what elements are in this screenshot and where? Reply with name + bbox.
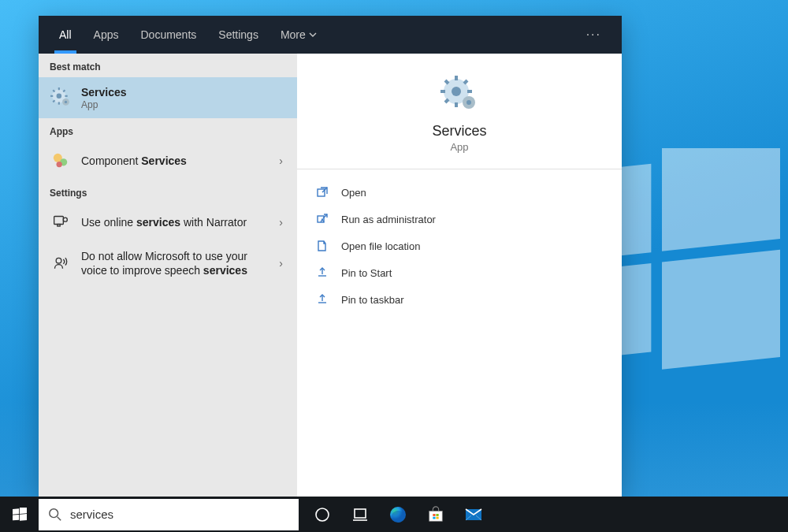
action-pin-to-taskbar[interactable]: Pin to taskbar [305,286,614,313]
chevron-right-icon: › [276,257,286,270]
svg-point-22 [56,259,61,264]
chevron-down-icon [309,31,317,39]
action-run-as-admin[interactable]: Run as administrator [305,206,614,233]
preview-header: Services App [297,54,622,169]
svg-point-18 [57,162,62,167]
result-text: Do not allow Microsoft to use your voice… [81,249,266,277]
result-text: Use online services with Narrator [81,215,266,229]
svg-point-15 [65,101,67,103]
svg-line-12 [63,90,65,91]
folder-icon [316,240,329,252]
svg-point-43 [316,508,329,521]
component-services-icon [50,150,72,172]
store-icon [427,506,444,523]
preview-title: Services [432,123,486,140]
svg-rect-35 [318,189,325,196]
preview-actions: Open Run as administrator Open file loca… [297,169,622,322]
search-icon [48,508,62,522]
best-match-header: Best match [39,54,297,77]
start-button[interactable] [0,497,39,532]
svg-rect-39 [13,514,19,519]
shield-icon [316,213,329,225]
task-view-button[interactable] [341,497,379,532]
svg-rect-19 [54,217,64,225]
search-input[interactable] [70,508,289,521]
preview-sub: App [450,141,468,153]
pin-icon [316,293,329,306]
chevron-right-icon: › [276,216,286,229]
gear-icon [440,76,478,113]
results-body: Best match Services App Apps Component S… [39,54,622,497]
pin-icon [316,266,329,279]
action-open-file-location[interactable]: Open file location [305,233,614,259]
svg-line-29 [445,80,448,84]
svg-rect-38 [20,508,27,514]
cortana-icon [314,507,330,523]
search-results-panel: All Apps Documents Settings More ··· Bes… [39,16,622,497]
taskbar-app-icons [299,497,492,532]
svg-rect-47 [429,511,443,521]
best-match-title: Services [81,85,286,99]
svg-rect-3 [662,249,780,369]
result-title: Do not allow Microsoft to use your voice… [81,249,266,277]
result-narrator-services[interactable]: Use online services with Narrator › [39,203,297,241]
svg-rect-51 [436,516,438,519]
svg-rect-50 [433,516,435,519]
svg-point-34 [466,100,471,105]
gear-icon [50,87,72,109]
svg-rect-20 [58,225,60,227]
best-match-sub: App [81,99,286,110]
action-open[interactable]: Open [305,179,614,206]
taskbar [0,497,788,532]
svg-rect-44 [355,509,366,518]
result-title: Use online services with Narrator [81,215,266,229]
chevron-right-icon: › [276,154,286,167]
taskbar-search-box[interactable] [39,499,299,530]
best-match-services[interactable]: Services App [39,77,297,118]
svg-point-41 [50,508,58,517]
best-match-text: Services App [81,85,286,110]
action-label: Pin to taskbar [341,294,404,306]
result-speech-services[interactable]: Do not allow Microsoft to use your voice… [39,241,297,285]
svg-line-10 [53,90,54,91]
edge-button[interactable] [379,497,417,532]
result-title: Component Services [81,154,266,168]
task-view-icon [352,507,368,523]
tab-apps[interactable]: Apps [83,16,130,54]
windows-logo-icon [13,508,27,522]
tab-documents[interactable]: Documents [129,16,207,54]
action-label: Open [341,187,366,199]
results-left-column: Best match Services App Apps Component S… [39,54,297,497]
svg-point-24 [452,87,461,96]
mail-button[interactable] [455,497,492,532]
svg-rect-37 [13,508,19,514]
settings-header: Settings [39,180,297,203]
apps-header: Apps [39,118,297,142]
svg-line-42 [58,516,61,520]
narrator-icon [50,211,72,233]
results-preview-column: Services App Open Run as administrator [297,54,622,497]
tab-more[interactable]: More [269,16,328,54]
search-tabs-bar: All Apps Documents Settings More ··· [39,16,622,54]
svg-line-13 [53,100,54,102]
svg-line-31 [464,80,467,84]
svg-line-32 [445,99,448,102]
speech-privacy-icon [50,252,72,274]
store-button[interactable] [417,497,455,532]
result-text: Component Services [81,154,266,168]
cortana-button[interactable] [303,497,341,532]
action-pin-to-start[interactable]: Pin to Start [305,259,614,286]
svg-rect-1 [662,148,780,251]
tab-settings[interactable]: Settings [207,16,269,54]
action-label: Open file location [341,240,420,252]
open-icon [316,186,329,199]
tab-all[interactable]: All [48,16,83,54]
action-label: Run as administrator [341,214,436,225]
edge-icon [388,505,407,524]
result-component-services[interactable]: Component Services › [39,142,297,180]
svg-point-5 [57,94,62,99]
action-label: Pin to Start [341,267,392,279]
svg-rect-40 [20,514,27,521]
more-options-button[interactable]: ··· [575,28,612,42]
tab-more-label: More [281,28,306,41]
